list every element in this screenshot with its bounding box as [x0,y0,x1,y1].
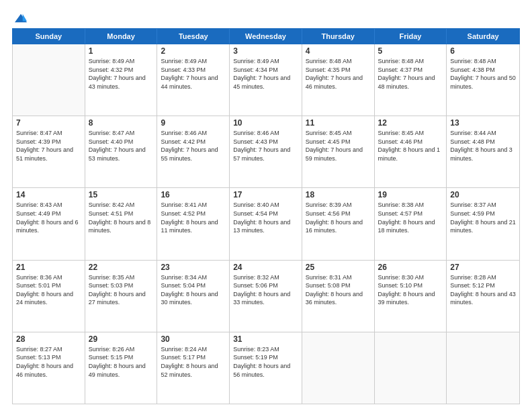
cell-info: Sunrise: 8:49 AMSunset: 4:32 PMDaylight:… [89,57,154,91]
day-number: 26 [378,263,443,272]
calendar-cell: 13Sunrise: 8:44 AMSunset: 4:48 PMDayligh… [447,116,519,187]
cell-info: Sunrise: 8:47 AMSunset: 4:40 PMDaylight:… [89,129,154,163]
day-number: 16 [161,190,226,199]
calendar-cell: 9Sunrise: 8:46 AMSunset: 4:42 PMDaylight… [157,116,230,187]
calendar-row-3: 21Sunrise: 8:36 AMSunset: 5:01 PMDayligh… [13,261,519,332]
cell-info: Sunrise: 8:40 AMSunset: 4:54 PMDaylight:… [233,201,298,234]
cell-info: Sunrise: 8:23 AMSunset: 5:19 PMDaylight:… [233,345,298,379]
cell-info: Sunrise: 8:37 AMSunset: 4:59 PMDaylight:… [450,201,516,234]
day-number: 7 [16,118,81,128]
day-number: 21 [16,263,81,272]
day-number: 19 [378,190,443,199]
calendar-cell: 29Sunrise: 8:26 AMSunset: 5:15 PMDayligh… [85,332,158,404]
day-number: 4 [306,46,371,56]
day-number: 28 [16,334,81,344]
calendar-cell: 14Sunrise: 8:43 AMSunset: 4:49 PMDayligh… [13,188,85,259]
day-number: 3 [233,46,298,56]
weekday-header-sunday: Sunday [13,29,85,44]
day-number: 10 [233,118,298,128]
day-number: 18 [306,190,371,199]
cell-info: Sunrise: 8:46 AMSunset: 4:42 PMDaylight:… [161,129,226,163]
day-number: 30 [161,334,226,344]
day-number: 12 [378,118,443,128]
cell-info: Sunrise: 8:48 AMSunset: 4:37 PMDaylight:… [378,57,443,91]
header [12,12,520,21]
cell-info: Sunrise: 8:47 AMSunset: 4:39 PMDaylight:… [16,129,81,163]
day-number: 23 [161,263,226,272]
calendar-cell [302,332,375,404]
day-number: 2 [161,46,226,56]
calendar-cell: 25Sunrise: 8:31 AMSunset: 5:08 PMDayligh… [302,261,375,332]
cell-info: Sunrise: 8:35 AMSunset: 5:03 PMDaylight:… [89,273,154,307]
calendar-cell: 21Sunrise: 8:36 AMSunset: 5:01 PMDayligh… [13,261,85,332]
calendar-cell: 6Sunrise: 8:48 AMSunset: 4:38 PMDaylight… [447,44,519,116]
weekday-header-thursday: Thursday [302,29,375,44]
day-number: 20 [450,190,516,199]
calendar-cell: 22Sunrise: 8:35 AMSunset: 5:03 PMDayligh… [85,261,158,332]
cell-info: Sunrise: 8:39 AMSunset: 4:56 PMDaylight:… [306,201,371,234]
cell-info: Sunrise: 8:46 AMSunset: 4:43 PMDaylight:… [233,129,298,163]
calendar-cell: 7Sunrise: 8:47 AMSunset: 4:39 PMDaylight… [13,116,85,187]
calendar-cell: 12Sunrise: 8:45 AMSunset: 4:46 PMDayligh… [375,116,447,187]
day-number: 22 [89,263,154,272]
cell-info: Sunrise: 8:28 AMSunset: 5:12 PMDaylight:… [450,273,516,307]
calendar-cell: 20Sunrise: 8:37 AMSunset: 4:59 PMDayligh… [447,188,519,259]
day-number: 17 [233,190,298,199]
weekday-header-tuesday: Tuesday [157,29,230,44]
calendar-cell: 28Sunrise: 8:27 AMSunset: 5:13 PMDayligh… [13,332,85,404]
calendar-cell: 11Sunrise: 8:45 AMSunset: 4:45 PMDayligh… [302,116,375,187]
day-number: 25 [306,263,371,272]
cell-info: Sunrise: 8:43 AMSunset: 4:49 PMDaylight:… [16,201,81,234]
calendar-cell: 10Sunrise: 8:46 AMSunset: 4:43 PMDayligh… [230,116,302,187]
day-number: 14 [16,190,81,199]
day-number: 9 [161,118,226,128]
cell-info: Sunrise: 8:31 AMSunset: 5:08 PMDaylight:… [306,273,371,307]
calendar-cell: 19Sunrise: 8:38 AMSunset: 4:57 PMDayligh… [375,188,447,259]
cell-info: Sunrise: 8:49 AMSunset: 4:33 PMDaylight:… [161,57,226,91]
cell-info: Sunrise: 8:41 AMSunset: 4:52 PMDaylight:… [161,201,226,234]
logo-icon [15,12,27,24]
calendar-cell: 4Sunrise: 8:48 AMSunset: 4:35 PMDaylight… [302,44,375,116]
calendar-cell: 24Sunrise: 8:32 AMSunset: 5:06 PMDayligh… [230,261,302,332]
cell-info: Sunrise: 8:34 AMSunset: 5:04 PMDaylight:… [161,273,226,307]
page: SundayMondayTuesdayWednesdayThursdayFrid… [0,0,532,411]
cell-info: Sunrise: 8:38 AMSunset: 4:57 PMDaylight:… [378,201,443,234]
day-number: 5 [378,46,443,56]
calendar-cell: 16Sunrise: 8:41 AMSunset: 4:52 PMDayligh… [157,188,230,259]
cell-info: Sunrise: 8:48 AMSunset: 4:38 PMDaylight:… [450,57,516,91]
calendar-cell: 2Sunrise: 8:49 AMSunset: 4:33 PMDaylight… [157,44,230,116]
cell-info: Sunrise: 8:45 AMSunset: 4:46 PMDaylight:… [378,129,443,163]
cell-info: Sunrise: 8:24 AMSunset: 5:17 PMDaylight:… [161,345,226,379]
calendar-cell: 31Sunrise: 8:23 AMSunset: 5:19 PMDayligh… [230,332,302,404]
calendar-cell [13,44,85,116]
calendar-cell: 1Sunrise: 8:49 AMSunset: 4:32 PMDaylight… [85,44,158,116]
calendar: SundayMondayTuesdayWednesdayThursdayFrid… [12,28,520,404]
calendar-cell: 17Sunrise: 8:40 AMSunset: 4:54 PMDayligh… [230,188,302,259]
logo [12,12,27,21]
day-number: 11 [306,118,371,128]
calendar-cell: 18Sunrise: 8:39 AMSunset: 4:56 PMDayligh… [302,188,375,259]
weekday-header-friday: Friday [375,29,447,44]
cell-info: Sunrise: 8:30 AMSunset: 5:10 PMDaylight:… [378,273,443,307]
svg-marker-1 [23,14,27,21]
calendar-header: SundayMondayTuesdayWednesdayThursdayFrid… [12,28,520,44]
day-number: 31 [233,334,298,344]
calendar-row-1: 7Sunrise: 8:47 AMSunset: 4:39 PMDaylight… [13,116,519,188]
calendar-row-2: 14Sunrise: 8:43 AMSunset: 4:49 PMDayligh… [13,188,519,260]
calendar-cell: 5Sunrise: 8:48 AMSunset: 4:37 PMDaylight… [375,44,447,116]
calendar-cell: 27Sunrise: 8:28 AMSunset: 5:12 PMDayligh… [447,261,519,332]
day-number: 15 [89,190,154,199]
day-number: 29 [89,334,154,344]
cell-info: Sunrise: 8:42 AMSunset: 4:51 PMDaylight:… [89,201,154,234]
cell-info: Sunrise: 8:36 AMSunset: 5:01 PMDaylight:… [16,273,81,307]
cell-info: Sunrise: 8:48 AMSunset: 4:35 PMDaylight:… [306,57,371,91]
cell-info: Sunrise: 8:44 AMSunset: 4:48 PMDaylight:… [450,129,516,163]
day-number: 1 [89,46,154,56]
day-number: 6 [450,46,516,56]
cell-info: Sunrise: 8:26 AMSunset: 5:15 PMDaylight:… [89,345,154,379]
calendar-cell: 23Sunrise: 8:34 AMSunset: 5:04 PMDayligh… [157,261,230,332]
weekday-header-monday: Monday [85,29,158,44]
weekday-header-wednesday: Wednesday [230,29,302,44]
day-number: 27 [450,263,516,272]
day-number: 13 [450,118,516,128]
